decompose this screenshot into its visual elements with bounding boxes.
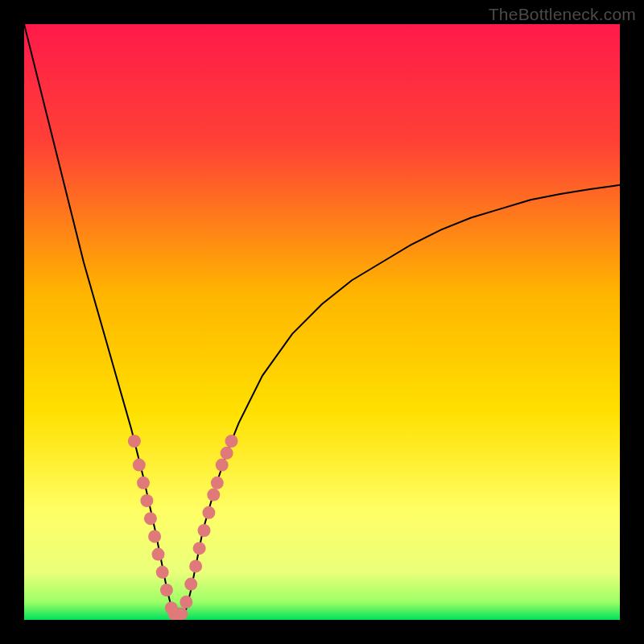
sample-point bbox=[225, 435, 238, 448]
bottleneck-curve bbox=[24, 24, 620, 620]
sample-point bbox=[193, 542, 206, 555]
sample-point bbox=[128, 435, 141, 448]
sample-point bbox=[160, 584, 173, 597]
sample-point bbox=[189, 559, 202, 572]
sample-point bbox=[184, 578, 197, 591]
watermark-text: TheBottleneck.com bbox=[489, 5, 636, 24]
sample-point bbox=[133, 459, 146, 472]
sample-point bbox=[156, 566, 169, 579]
sample-point bbox=[144, 512, 157, 525]
sample-point bbox=[221, 447, 233, 460]
sample-points-group bbox=[128, 435, 238, 620]
sample-point bbox=[202, 506, 215, 519]
sample-point bbox=[198, 524, 211, 537]
sample-point bbox=[180, 596, 192, 609]
sample-point bbox=[207, 489, 220, 502]
plot-area bbox=[24, 24, 620, 620]
sample-point bbox=[140, 494, 153, 507]
sample-point bbox=[152, 548, 165, 561]
curve-layer bbox=[24, 24, 620, 620]
sample-point bbox=[211, 477, 224, 489]
sample-point bbox=[216, 459, 229, 472]
chart-frame: TheBottleneck.com bbox=[0, 0, 644, 644]
sample-point bbox=[175, 608, 188, 620]
sample-point bbox=[137, 477, 150, 489]
sample-point bbox=[148, 530, 161, 543]
